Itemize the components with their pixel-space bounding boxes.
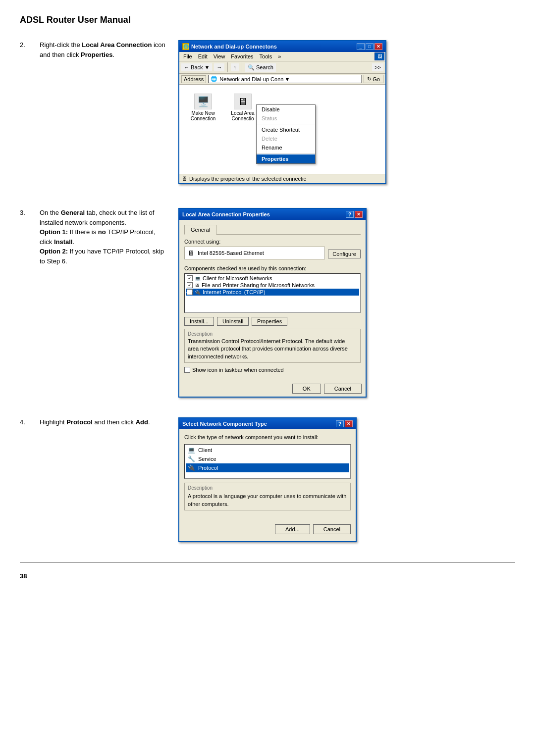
make-new-connection-icon[interactable]: 🖥️ Make NewConnection — [188, 94, 218, 121]
client-checkbox[interactable] — [187, 275, 193, 281]
local-area-label: Local AreaConnectio — [228, 110, 258, 121]
menu-file[interactable]: File — [180, 52, 195, 60]
address-value: Network and Dial-up Conn — [219, 76, 283, 82]
add-cancel-row: Add... Cancel — [184, 524, 351, 536]
description-box: Description Transmission Control Protoco… — [184, 329, 361, 363]
show-icon-row: Show icon in taskbar when connected — [184, 367, 361, 373]
component-client[interactable]: 💻 Client for Microsoft Networks — [186, 275, 359, 282]
properties-content: General Connect using: 🖥 Intel 82595-Bas… — [179, 220, 366, 381]
file-sharing-label: File and Printer Sharing for Microsoft N… — [202, 282, 315, 288]
toolbar: ← Back ▼ → ↑ 🔍 Search >> — [179, 61, 385, 74]
properties-dialog: Local Area Connection Properties ? ✕ Gen… — [178, 208, 367, 398]
step-3-text: On the General tab, check out the list o… — [40, 208, 168, 266]
ok-cancel-row: OK Cancel — [179, 381, 366, 397]
cancel-button[interactable]: Cancel — [324, 384, 362, 394]
adapter-icon: 🖥 — [188, 249, 195, 257]
context-rename[interactable]: Rename — [257, 143, 315, 152]
install-button[interactable]: Install... — [184, 317, 214, 326]
props-title-text: Local Area Connection Properties — [182, 211, 270, 217]
context-properties[interactable]: Properties — [257, 154, 315, 163]
help-button[interactable]: ? — [346, 211, 354, 218]
menu-more[interactable]: » — [275, 52, 284, 60]
context-delete[interactable]: Delete — [257, 134, 315, 143]
local-area-connection-icon[interactable]: 🖥 Local AreaConnectio — [228, 94, 258, 121]
client-icon: 💻 — [195, 276, 201, 281]
components-section: Components checked are used by this conn… — [184, 265, 361, 313]
menu-edit[interactable]: Edit — [195, 52, 211, 60]
ok-button[interactable]: OK — [292, 384, 321, 394]
toolbar-more[interactable]: >> — [372, 63, 383, 71]
connect-using-section: Connect using: 🖥 Intel 82595-Based Ether… — [184, 239, 361, 261]
uninstall-button[interactable]: Uninstall — [217, 317, 249, 326]
close-button[interactable]: ✕ — [374, 43, 382, 50]
components-list: 💻 Client for Microsoft Networks 🖥 File a… — [184, 273, 361, 313]
select-instruction: Click the type of network component you … — [184, 434, 351, 440]
search-icon: 🔍 — [248, 64, 255, 70]
network-icon-small: 🌐 — [211, 76, 217, 82]
service-list-label: Service — [198, 456, 216, 462]
network-title-icon: 🌐 — [182, 43, 189, 50]
make-new-icon: 🖥️ — [194, 94, 212, 109]
step-4-number: 4. — [20, 417, 40, 427]
add-button[interactable]: Add... — [275, 524, 310, 534]
select-protocol[interactable]: 🔌 Protocol — [186, 463, 349, 472]
components-label: Components checked are used by this conn… — [184, 265, 361, 271]
address-label: Address — [181, 75, 206, 83]
context-menu: Disable Status Create Shortcut Delete Re… — [256, 104, 316, 164]
minimize-button[interactable]: _ — [357, 43, 365, 50]
tab-row: General — [184, 225, 361, 235]
context-status[interactable]: Status — [257, 114, 315, 123]
toolbar-sep-2 — [242, 62, 242, 72]
properties-button[interactable]: Properties — [252, 317, 287, 326]
forward-button[interactable]: → — [214, 63, 224, 71]
context-sep-1 — [257, 124, 315, 124]
select-cancel-button[interactable]: Cancel — [313, 524, 351, 534]
select-description-box: Description A protocol is a language you… — [184, 483, 351, 510]
page-number: 38 — [20, 572, 515, 580]
go-arrow-icon: ↻ — [367, 76, 372, 82]
select-help-button[interactable]: ? — [336, 420, 344, 427]
address-dropdown[interactable]: ▼ — [284, 76, 290, 82]
menu-tools[interactable]: Tools — [257, 52, 275, 60]
file-sharing-checkbox[interactable] — [187, 282, 193, 288]
status-text: Displays the properties of the selected … — [189, 176, 306, 182]
adapter-box: 🖥 Intel 82595-Based Ethernet — [184, 247, 325, 259]
component-tcpip[interactable]: ✓ 🔌 Internet Protocol (TCP/IP) — [186, 289, 359, 296]
search-button[interactable]: 🔍 Search — [245, 63, 276, 72]
file-sharing-icon: 🖥 — [195, 283, 200, 288]
service-list-icon: 🔧 — [188, 455, 195, 462]
menu-view[interactable]: View — [211, 52, 228, 60]
go-button[interactable]: ↻ Go — [364, 75, 383, 83]
context-disable[interactable]: Disable — [257, 105, 315, 114]
spacer — [184, 514, 351, 524]
status-icon: 🖥 — [181, 175, 187, 182]
make-new-label: Make NewConnection — [188, 110, 218, 121]
description-text: Transmission Control Protocol/Internet P… — [188, 338, 357, 360]
select-titlebar: Select Network Component Type ? ✕ — [179, 418, 356, 429]
context-shortcut[interactable]: Create Shortcut — [257, 125, 315, 134]
select-service[interactable]: 🔧 Service — [186, 454, 349, 463]
props-close-button[interactable]: ✕ — [355, 211, 363, 218]
adapter-name: Intel 82595-Based Ethernet — [198, 250, 264, 256]
properties-titlebar: Local Area Connection Properties ? ✕ — [179, 209, 366, 220]
menu-favorites[interactable]: Favorites — [228, 52, 256, 60]
back-button[interactable]: ← Back ▼ — [181, 63, 212, 71]
configure-button[interactable]: Configure — [328, 250, 361, 258]
address-bar: Address 🌐 Network and Dial-up Conn ▼ ↻ G… — [179, 74, 385, 85]
client-label: Client for Microsoft Networks — [203, 275, 272, 281]
tcpip-checkbox[interactable]: ✓ — [187, 289, 193, 295]
maximize-button[interactable]: □ — [366, 43, 374, 50]
local-area-icon: 🖥 — [234, 94, 252, 109]
select-network-dialog: Select Network Component Type ? ✕ Click … — [178, 417, 357, 542]
component-file-sharing[interactable]: 🖥 File and Printer Sharing for Microsoft… — [186, 282, 359, 289]
toolbar-sep-1 — [227, 62, 228, 72]
tcpip-label: Internet Protocol (TCP/IP) — [203, 289, 266, 295]
show-icon-checkbox[interactable] — [184, 367, 190, 373]
select-close-button[interactable]: ✕ — [345, 420, 353, 427]
select-client[interactable]: 💻 Client — [186, 446, 349, 454]
up-button[interactable]: ↑ — [231, 63, 239, 71]
tab-general[interactable]: General — [184, 225, 216, 235]
step-2-number: 2. — [20, 40, 40, 59]
network-titlebar: 🌐 Network and Dial-up Connectons _ □ ✕ — [179, 41, 385, 52]
step-3-number: 3. — [20, 208, 40, 266]
